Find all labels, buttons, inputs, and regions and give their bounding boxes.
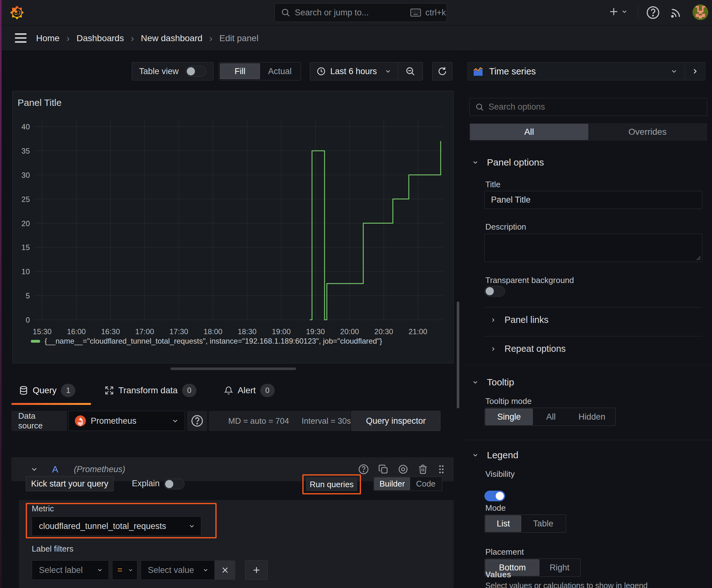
- breadcrumb-new-dashboard[interactable]: New dashboard: [141, 33, 202, 43]
- tab-query[interactable]: Query 1: [19, 384, 75, 397]
- search-input[interactable]: [295, 8, 406, 18]
- delete-query-icon[interactable]: [418, 464, 428, 474]
- grafana-edit-panel-window: ctrl+k: [0, 0, 712, 588]
- panel-options-pane: Time series All Overrides Panel options …: [464, 51, 712, 588]
- tab-alert[interactable]: Alert 0: [224, 384, 275, 397]
- query-options-row[interactable]: MD = auto = 704 Interval = 30s: [209, 411, 351, 431]
- table-view-toggle[interactable]: [186, 66, 206, 77]
- chart-legend[interactable]: {__name__="cloudflared_tunnel_total_requ…: [31, 337, 382, 345]
- tooltip-all-option[interactable]: All: [533, 408, 569, 425]
- refresh-button[interactable]: [432, 62, 452, 80]
- description-textarea[interactable]: [484, 234, 702, 262]
- resize-corner-icon[interactable]: [696, 255, 701, 260]
- code-option[interactable]: Code: [410, 478, 441, 490]
- panel-options-section-header[interactable]: Panel options: [472, 157, 544, 168]
- query-options-md: MD = auto = 704: [228, 416, 289, 426]
- datasource-picker[interactable]: Prometheus: [68, 411, 185, 431]
- help-icon[interactable]: [646, 6, 660, 19]
- chevron-down-icon: [30, 465, 38, 474]
- panel-options-title: Panel options: [487, 157, 544, 168]
- builder-option[interactable]: Builder: [374, 478, 410, 490]
- svg-text:25: 25: [21, 195, 30, 204]
- legend-title: Legend: [487, 450, 518, 460]
- tooltip-single-option[interactable]: Single: [486, 408, 533, 425]
- select-label-placeholder: Select label: [39, 565, 83, 575]
- legend-values-help: Select values or calculations to show in…: [486, 581, 648, 588]
- query-inspector-button[interactable]: Query inspector: [351, 411, 440, 431]
- time-range-picker[interactable]: Last 6 hours: [310, 67, 398, 76]
- menu-icon[interactable]: [14, 32, 28, 44]
- breadcrumb-home[interactable]: Home: [36, 33, 60, 43]
- legend-mode-label: Mode: [486, 503, 506, 513]
- tooltip-section-header[interactable]: Tooltip: [472, 377, 514, 387]
- mode-list-option[interactable]: List: [486, 516, 521, 532]
- remove-filter-button[interactable]: [215, 560, 235, 580]
- duplicate-query-icon[interactable]: [378, 464, 388, 474]
- explain-toggle[interactable]: [164, 479, 185, 489]
- mode-table-option[interactable]: Table: [521, 516, 565, 532]
- metric-select[interactable]: cloudflared_tunnel_total_requests: [32, 517, 201, 536]
- description-field-wrap: [484, 234, 702, 262]
- clock-icon: [317, 67, 326, 76]
- select-label-dropdown[interactable]: Select label: [32, 560, 109, 580]
- tab-all[interactable]: All: [470, 124, 588, 140]
- transparent-background-toggle[interactable]: [484, 286, 505, 296]
- datasource-help-icon[interactable]: [187, 411, 207, 431]
- fill-option[interactable]: Fill: [220, 63, 260, 79]
- repeat-options-section[interactable]: Repeat options: [490, 344, 566, 354]
- chevron-down-icon: [670, 67, 678, 75]
- operator-dropdown[interactable]: =: [112, 560, 137, 580]
- top-bar: ctrl+k: [0, 0, 712, 25]
- add-filter-button[interactable]: [245, 560, 268, 580]
- svg-text:18:30: 18:30: [238, 327, 257, 336]
- panel-title-input[interactable]: [484, 191, 702, 209]
- active-tab-underline: [11, 403, 91, 405]
- svg-text:15:30: 15:30: [33, 327, 51, 336]
- chevron-down-icon: [621, 8, 628, 15]
- actual-option[interactable]: Actual: [260, 63, 300, 79]
- visualization-picker[interactable]: Time series: [468, 62, 706, 80]
- svg-text:20:00: 20:00: [340, 327, 359, 336]
- query-ref-id[interactable]: A: [52, 464, 58, 475]
- database-icon: [19, 386, 28, 395]
- panel-resize-handle[interactable]: [170, 368, 296, 370]
- panel-links-section[interactable]: Panel links: [490, 315, 548, 325]
- tab-transform[interactable]: Transform data 0: [105, 384, 196, 397]
- global-search[interactable]: ctrl+k: [274, 3, 447, 22]
- close-icon: [221, 566, 229, 574]
- select-value-dropdown[interactable]: Select value: [141, 560, 215, 580]
- avatar[interactable]: [693, 4, 708, 20]
- placement-right-option[interactable]: Right: [539, 560, 580, 576]
- zoom-out-button[interactable]: [398, 63, 423, 80]
- query-help-icon[interactable]: [358, 464, 369, 475]
- timeseries-vis-icon: [473, 66, 483, 77]
- panel-links-label: Panel links: [504, 315, 548, 325]
- grafana-logo-icon[interactable]: [9, 5, 24, 20]
- legend-visibility-toggle[interactable]: [484, 491, 505, 501]
- vertical-scrollbar[interactable]: [457, 301, 459, 408]
- options-search-input[interactable]: [489, 102, 701, 112]
- new-menu-button[interactable]: [608, 6, 628, 17]
- toggle-visibility-icon[interactable]: [398, 464, 408, 475]
- svg-text:20: 20: [21, 219, 30, 228]
- svg-text:35: 35: [21, 147, 30, 155]
- breadcrumb-dashboards[interactable]: Dashboards: [77, 33, 124, 43]
- tooltip-hidden-option[interactable]: Hidden: [569, 408, 615, 425]
- tab-alert-label: Alert: [238, 385, 256, 396]
- svg-text:10: 10: [21, 267, 30, 276]
- search-icon: [281, 8, 290, 17]
- time-range-label: Last 6 hours: [330, 67, 377, 76]
- drag-handle-icon[interactable]: [437, 464, 446, 474]
- kick-start-query-button[interactable]: Kick start your query: [26, 476, 114, 491]
- run-queries-button[interactable]: Run queries: [306, 478, 357, 491]
- time-range-group: Last 6 hours: [310, 62, 423, 80]
- expand-vis-picker-button[interactable]: [685, 63, 705, 80]
- legend-section-header[interactable]: Legend: [472, 450, 518, 460]
- visualization-value: Time series: [489, 66, 536, 77]
- chevron-down-icon: [385, 68, 391, 75]
- tab-overrides[interactable]: Overrides: [588, 124, 707, 140]
- chevron-down-icon: [472, 159, 479, 166]
- options-search[interactable]: [469, 98, 707, 116]
- breadcrumb-separator: ›: [209, 33, 213, 44]
- news-rss-icon[interactable]: [670, 7, 682, 19]
